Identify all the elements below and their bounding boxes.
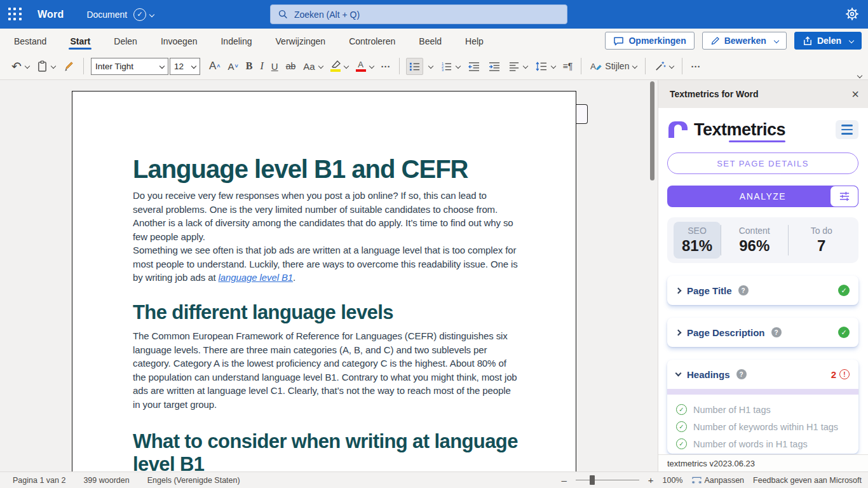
- grow-font-letter: A: [209, 60, 216, 72]
- panel-menu-button[interactable]: [836, 120, 858, 139]
- score-summary: SEO 81% Content 96% To do 7: [667, 217, 858, 263]
- zoom-slider-handle[interactable]: [590, 475, 595, 485]
- tab-verwijzingen[interactable]: Verwijzingen: [275, 30, 327, 51]
- vertical-scrollbar[interactable]: [650, 81, 654, 180]
- section-headings[interactable]: Headings ? 2 ! ✓ Number of H1 tags ✓: [667, 360, 858, 454]
- font-color-button[interactable]: A: [354, 58, 376, 74]
- help-icon[interactable]: ?: [736, 369, 747, 379]
- paste-button[interactable]: [35, 58, 57, 75]
- edit-mode-button[interactable]: Bewerken: [702, 32, 787, 50]
- grow-font-button[interactable]: A˄: [207, 57, 222, 75]
- section-page-title[interactable]: Page Title ? ✓: [667, 276, 858, 305]
- underline-button[interactable]: U: [269, 58, 280, 74]
- panel-version-footer: textmetrics v2023.06.23: [658, 454, 868, 471]
- set-page-details-button[interactable]: SET PAGE DETAILS: [667, 152, 858, 174]
- comment-icon: [613, 36, 624, 46]
- zoom-in-button[interactable]: +: [648, 475, 654, 485]
- comments-label: Opmerkingen: [628, 36, 686, 46]
- document-menu-chevron-icon[interactable]: [149, 11, 154, 17]
- content-score[interactable]: Content 96%: [721, 222, 788, 259]
- increase-indent-button[interactable]: [486, 58, 503, 74]
- analyze-button[interactable]: ANALYZE: [667, 186, 858, 207]
- panel-close-icon[interactable]: ×: [851, 88, 859, 100]
- zoom-out-button[interactable]: –: [561, 475, 566, 485]
- check-label: Number of keywords within H1 tags: [693, 422, 838, 432]
- help-icon[interactable]: ?: [738, 285, 749, 295]
- tab-invoegen[interactable]: Invoegen: [159, 30, 199, 51]
- decrease-indent-button[interactable]: [466, 58, 482, 74]
- collapse-ribbon-chevron-icon[interactable]: [857, 73, 862, 78]
- seo-score[interactable]: SEO 81%: [674, 222, 721, 259]
- tab-start[interactable]: Start: [69, 30, 92, 51]
- tab-indeling[interactable]: Indeling: [219, 30, 253, 51]
- collapse-chevron-icon[interactable]: [675, 370, 682, 377]
- numbered-list-button[interactable]: 123: [438, 58, 462, 74]
- tab-controleren[interactable]: Controleren: [348, 30, 397, 51]
- undo-button[interactable]: ↶: [10, 57, 31, 76]
- zoom-slider[interactable]: [576, 480, 639, 480]
- tab-help[interactable]: Help: [464, 30, 485, 51]
- alignment-button[interactable]: [506, 58, 529, 74]
- tab-delen[interactable]: Delen: [112, 30, 139, 51]
- share-chevron-icon: [849, 38, 854, 43]
- highlight-color-swatch: [330, 69, 341, 72]
- increase-indent-icon: [488, 61, 501, 72]
- doc-hyperlink[interactable]: language level B1: [219, 272, 294, 283]
- check-item[interactable]: ✓ Number of keywords within H1 tags: [676, 418, 850, 435]
- font-name-value: Inter Tight: [95, 62, 133, 71]
- styles-button[interactable]: A Stijlen: [588, 58, 639, 74]
- tab-beeld[interactable]: Beeld: [417, 30, 443, 51]
- paragraph-marks-button[interactable]: ≡¶: [561, 58, 575, 74]
- word-count[interactable]: 399 woorden: [83, 476, 129, 485]
- line-spacing-button[interactable]: [533, 58, 557, 74]
- strikethrough-button[interactable]: ab: [284, 58, 298, 74]
- expand-chevron-icon[interactable]: [675, 329, 682, 336]
- comments-button[interactable]: Opmerkingen: [605, 32, 694, 50]
- font-size-select[interactable]: 12: [170, 58, 200, 75]
- analyze-settings-button[interactable]: [830, 186, 858, 207]
- shrink-font-button[interactable]: A˅: [226, 58, 240, 74]
- todo-score[interactable]: To do 7: [789, 222, 855, 259]
- bold-button[interactable]: B: [244, 58, 255, 74]
- italic-button[interactable]: I: [258, 58, 265, 74]
- app-launcher-icon[interactable]: [8, 8, 22, 22]
- document-page[interactable]: Language level B1 and CEFR Do you receiv…: [72, 91, 576, 471]
- format-painter-icon: [63, 60, 75, 72]
- bullet-list-button[interactable]: [406, 58, 423, 75]
- search-bar[interactable]: [270, 4, 567, 24]
- more-font-options-button[interactable]: ···: [379, 58, 393, 74]
- margin-note-tab[interactable]: [576, 104, 588, 124]
- document-canvas[interactable]: Language level B1 and CEFR Do you receiv…: [0, 80, 658, 471]
- doc-paragraph-2-text: Something we see often is that job ads a…: [133, 245, 518, 283]
- document-title[interactable]: Document: [86, 10, 127, 20]
- format-painter-button[interactable]: [61, 58, 77, 75]
- section-page-description[interactable]: Page Description ? ✓: [667, 318, 858, 347]
- check-item[interactable]: ✓ Number of words in H1 tags: [676, 435, 850, 452]
- bullet-list-chevron[interactable]: [427, 62, 435, 71]
- check-item[interactable]: ✓ Number of H1 tags: [676, 401, 850, 418]
- search-input[interactable]: [294, 10, 536, 20]
- expand-chevron-icon[interactable]: [675, 287, 682, 294]
- content-label: Content: [724, 226, 785, 236]
- formatting-toolbar: ↶ Inter Tight 12 A˄: [0, 53, 868, 80]
- fit-page-button[interactable]: Aanpassen: [692, 476, 745, 485]
- zoom-level[interactable]: 100%: [663, 476, 683, 485]
- highlight-color-button[interactable]: [329, 58, 350, 74]
- help-icon[interactable]: ?: [771, 327, 782, 337]
- grow-font-caret-icon: ˄: [217, 63, 220, 69]
- numbered-list-icon: 123: [440, 61, 452, 72]
- share-button[interactable]: Delen: [794, 32, 862, 50]
- page-count[interactable]: Pagina 1 van 2: [13, 476, 65, 485]
- check-ok-icon: ✓: [676, 404, 687, 415]
- font-name-chevron-icon: [159, 64, 165, 69]
- editor-wand-button[interactable]: [652, 58, 675, 74]
- language-indicator[interactable]: Engels (Verenigde Staten): [147, 476, 240, 485]
- doc-paragraph-2-period: .: [293, 272, 295, 283]
- styles-label: Stijlen: [605, 61, 629, 71]
- change-case-button[interactable]: Aa: [301, 58, 324, 74]
- tab-bestand[interactable]: Bestand: [13, 30, 48, 51]
- feedback-link[interactable]: Feedback geven aan Microsoft: [753, 476, 862, 485]
- font-name-select[interactable]: Inter Tight: [91, 58, 168, 75]
- toolbar-overflow-button[interactable]: ···: [689, 58, 702, 74]
- settings-gear-icon[interactable]: [845, 7, 859, 21]
